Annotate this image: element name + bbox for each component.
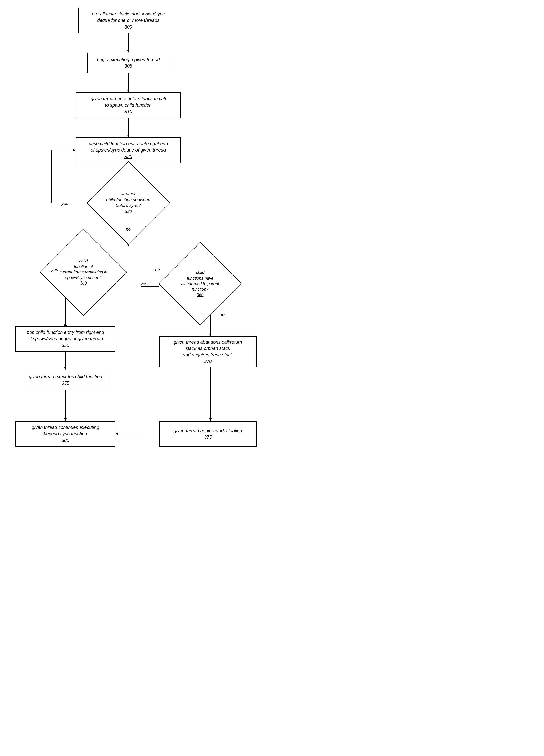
label-no-340: no: [155, 267, 160, 272]
svg-marker-5: [127, 135, 130, 137]
label-no-330: no: [126, 227, 131, 232]
box-320: push child function entry onto right end…: [76, 137, 181, 163]
label-yes-330: yes: [62, 201, 68, 206]
label-yes-340: yes: [51, 267, 58, 272]
svg-marker-1: [127, 50, 130, 53]
diamond-330: anotherchild function spawnedbefore sync…: [83, 180, 173, 226]
label-no-360: no: [220, 312, 225, 317]
box-305: begin executing a given thread 305: [87, 53, 169, 73]
box-350: pop child function entry from right end …: [15, 326, 116, 352]
diamond-340: childfunction ofcurrent frame remaining …: [39, 247, 128, 298]
box-310: given thread encounters function call to…: [76, 92, 181, 118]
label-yes-360: yes: [141, 281, 147, 286]
svg-marker-21: [64, 367, 67, 370]
box-370: given thread abandons call/return stack …: [159, 336, 257, 367]
svg-marker-29: [209, 334, 212, 336]
svg-marker-27: [116, 433, 118, 435]
svg-marker-3: [127, 90, 130, 92]
flowchart: pre-allocate stacks and spawn/sync deque…: [0, 0, 272, 756]
box-375: given thread begins work stealing 375: [159, 421, 257, 447]
box-355: given thread executes child function 355: [21, 370, 110, 390]
box-380: given thread continues executing beyond …: [15, 421, 116, 447]
svg-marker-31: [209, 418, 212, 421]
box-300: pre-allocate stacks and spawn/sync deque…: [78, 8, 178, 33]
svg-marker-11: [73, 149, 76, 152]
diamond-360: childfunctions haveall returned to paren…: [159, 257, 241, 311]
svg-marker-23: [64, 418, 67, 421]
